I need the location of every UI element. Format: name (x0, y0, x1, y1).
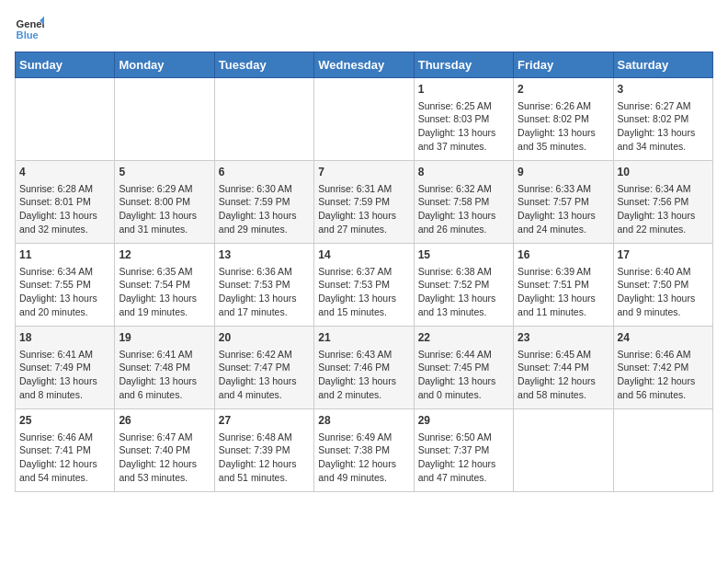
calendar-day-cell: 19Sunrise: 6:41 AM Sunset: 7:48 PM Dayli… (115, 327, 214, 409)
day-info: Sunrise: 6:39 AM Sunset: 7:51 PM Dayligh… (518, 265, 609, 319)
calendar-week-row: 18Sunrise: 6:41 AM Sunset: 7:49 PM Dayli… (16, 327, 713, 409)
day-info: Sunrise: 6:35 AM Sunset: 7:54 PM Dayligh… (119, 265, 210, 319)
day-number: 12 (119, 247, 210, 263)
day-number: 26 (119, 413, 210, 429)
day-info: Sunrise: 6:29 AM Sunset: 8:00 PM Dayligh… (119, 182, 210, 236)
calendar-day-cell (16, 78, 115, 161)
day-number: 11 (19, 247, 110, 263)
day-info: Sunrise: 6:46 AM Sunset: 7:42 PM Dayligh… (618, 348, 709, 402)
day-number: 2 (518, 82, 609, 98)
day-number: 6 (219, 165, 310, 180)
page-header: General Blue (15, 15, 713, 44)
calendar-day-cell: 12Sunrise: 6:35 AM Sunset: 7:54 PM Dayli… (115, 244, 214, 327)
day-number: 15 (418, 247, 509, 263)
day-info: Sunrise: 6:33 AM Sunset: 7:57 PM Dayligh… (518, 182, 609, 236)
calendar-day-cell: 27Sunrise: 6:48 AM Sunset: 7:39 PM Dayli… (214, 409, 313, 492)
logo-icon: General Blue (15, 15, 44, 44)
day-info: Sunrise: 6:25 AM Sunset: 8:03 PM Dayligh… (418, 99, 509, 154)
day-number: 28 (318, 413, 409, 429)
day-number: 1 (418, 82, 509, 98)
calendar-day-cell: 25Sunrise: 6:46 AM Sunset: 7:41 PM Dayli… (16, 409, 115, 492)
calendar-table: SundayMondayTuesdayWednesdayThursdayFrid… (15, 52, 713, 492)
day-info: Sunrise: 6:26 AM Sunset: 8:02 PM Dayligh… (518, 99, 609, 154)
day-of-week-header: Friday (514, 52, 613, 78)
day-info: Sunrise: 6:50 AM Sunset: 7:37 PM Dayligh… (418, 431, 509, 485)
day-info: Sunrise: 6:45 AM Sunset: 7:44 PM Dayligh… (518, 348, 609, 402)
day-number: 7 (318, 165, 409, 180)
day-info: Sunrise: 6:34 AM Sunset: 7:56 PM Dayligh… (618, 182, 709, 236)
day-number: 18 (19, 330, 110, 346)
calendar-day-cell: 13Sunrise: 6:36 AM Sunset: 7:53 PM Dayli… (214, 244, 313, 327)
calendar-day-cell: 26Sunrise: 6:47 AM Sunset: 7:40 PM Dayli… (115, 409, 214, 492)
calendar-day-cell (314, 78, 414, 161)
calendar-day-cell: 3Sunrise: 6:27 AM Sunset: 8:02 PM Daylig… (613, 78, 712, 161)
calendar-day-cell: 2Sunrise: 6:26 AM Sunset: 8:02 PM Daylig… (514, 78, 613, 161)
calendar-day-cell: 20Sunrise: 6:42 AM Sunset: 7:47 PM Dayli… (214, 327, 313, 409)
day-number: 20 (219, 330, 310, 346)
calendar-week-row: 1Sunrise: 6:25 AM Sunset: 8:03 PM Daylig… (16, 78, 713, 161)
day-number: 13 (219, 247, 310, 263)
day-info: Sunrise: 6:44 AM Sunset: 7:45 PM Dayligh… (418, 348, 509, 402)
calendar-day-cell: 11Sunrise: 6:34 AM Sunset: 7:55 PM Dayli… (16, 244, 115, 327)
day-number: 29 (418, 413, 509, 429)
day-of-week-header: Tuesday (214, 52, 313, 78)
day-info: Sunrise: 6:41 AM Sunset: 7:49 PM Dayligh… (19, 348, 110, 402)
svg-text:Blue: Blue (17, 29, 39, 40)
calendar-week-row: 4Sunrise: 6:28 AM Sunset: 8:01 PM Daylig… (16, 161, 713, 244)
calendar-day-cell (613, 409, 712, 492)
calendar-day-cell: 9Sunrise: 6:33 AM Sunset: 7:57 PM Daylig… (514, 161, 613, 244)
day-info: Sunrise: 6:47 AM Sunset: 7:40 PM Dayligh… (119, 431, 210, 485)
calendar-day-cell (214, 78, 313, 161)
day-info: Sunrise: 6:30 AM Sunset: 7:59 PM Dayligh… (219, 182, 310, 236)
day-number: 9 (518, 165, 609, 180)
day-of-week-header: Thursday (414, 52, 513, 78)
day-info: Sunrise: 6:37 AM Sunset: 7:53 PM Dayligh… (318, 265, 409, 319)
calendar-day-cell: 7Sunrise: 6:31 AM Sunset: 7:59 PM Daylig… (314, 161, 414, 244)
calendar-header-row: SundayMondayTuesdayWednesdayThursdayFrid… (16, 52, 713, 78)
day-number: 5 (119, 165, 210, 180)
day-number: 16 (518, 247, 609, 263)
day-info: Sunrise: 6:49 AM Sunset: 7:38 PM Dayligh… (318, 431, 409, 485)
day-number: 8 (418, 165, 509, 180)
day-number: 17 (618, 247, 709, 263)
day-of-week-header: Saturday (613, 52, 712, 78)
day-number: 21 (318, 330, 409, 346)
day-info: Sunrise: 6:28 AM Sunset: 8:01 PM Dayligh… (19, 182, 110, 236)
logo: General Blue (15, 15, 44, 44)
calendar-day-cell: 24Sunrise: 6:46 AM Sunset: 7:42 PM Dayli… (613, 327, 712, 409)
calendar-day-cell: 16Sunrise: 6:39 AM Sunset: 7:51 PM Dayli… (514, 244, 613, 327)
day-info: Sunrise: 6:48 AM Sunset: 7:39 PM Dayligh… (219, 431, 310, 485)
day-number: 23 (518, 330, 609, 346)
calendar-day-cell: 15Sunrise: 6:38 AM Sunset: 7:52 PM Dayli… (414, 244, 513, 327)
calendar-day-cell: 29Sunrise: 6:50 AM Sunset: 7:37 PM Dayli… (414, 409, 513, 492)
calendar-day-cell (115, 78, 214, 161)
day-info: Sunrise: 6:38 AM Sunset: 7:52 PM Dayligh… (418, 265, 509, 319)
day-of-week-header: Sunday (16, 52, 115, 78)
day-info: Sunrise: 6:40 AM Sunset: 7:50 PM Dayligh… (618, 265, 709, 319)
day-info: Sunrise: 6:34 AM Sunset: 7:55 PM Dayligh… (19, 265, 110, 319)
calendar-day-cell: 17Sunrise: 6:40 AM Sunset: 7:50 PM Dayli… (613, 244, 712, 327)
calendar-day-cell: 10Sunrise: 6:34 AM Sunset: 7:56 PM Dayli… (613, 161, 712, 244)
day-number: 10 (618, 165, 709, 180)
calendar-day-cell: 18Sunrise: 6:41 AM Sunset: 7:49 PM Dayli… (16, 327, 115, 409)
day-number: 22 (418, 330, 509, 346)
day-info: Sunrise: 6:32 AM Sunset: 7:58 PM Dayligh… (418, 182, 509, 236)
day-number: 14 (318, 247, 409, 263)
calendar-day-cell: 23Sunrise: 6:45 AM Sunset: 7:44 PM Dayli… (514, 327, 613, 409)
calendar-day-cell: 28Sunrise: 6:49 AM Sunset: 7:38 PM Dayli… (314, 409, 414, 492)
calendar-day-cell: 6Sunrise: 6:30 AM Sunset: 7:59 PM Daylig… (214, 161, 313, 244)
day-info: Sunrise: 6:27 AM Sunset: 8:02 PM Dayligh… (618, 99, 709, 154)
day-info: Sunrise: 6:31 AM Sunset: 7:59 PM Dayligh… (318, 182, 409, 236)
calendar-week-row: 11Sunrise: 6:34 AM Sunset: 7:55 PM Dayli… (16, 244, 713, 327)
calendar-day-cell: 22Sunrise: 6:44 AM Sunset: 7:45 PM Dayli… (414, 327, 513, 409)
day-info: Sunrise: 6:41 AM Sunset: 7:48 PM Dayligh… (119, 348, 210, 402)
calendar-week-row: 25Sunrise: 6:46 AM Sunset: 7:41 PM Dayli… (16, 409, 713, 492)
calendar-day-cell: 5Sunrise: 6:29 AM Sunset: 8:00 PM Daylig… (115, 161, 214, 244)
day-number: 24 (618, 330, 709, 346)
day-number: 4 (19, 165, 110, 180)
day-number: 25 (19, 413, 110, 429)
day-info: Sunrise: 6:46 AM Sunset: 7:41 PM Dayligh… (19, 431, 110, 485)
calendar-day-cell (514, 409, 613, 492)
day-of-week-header: Monday (115, 52, 214, 78)
day-of-week-header: Wednesday (314, 52, 414, 78)
